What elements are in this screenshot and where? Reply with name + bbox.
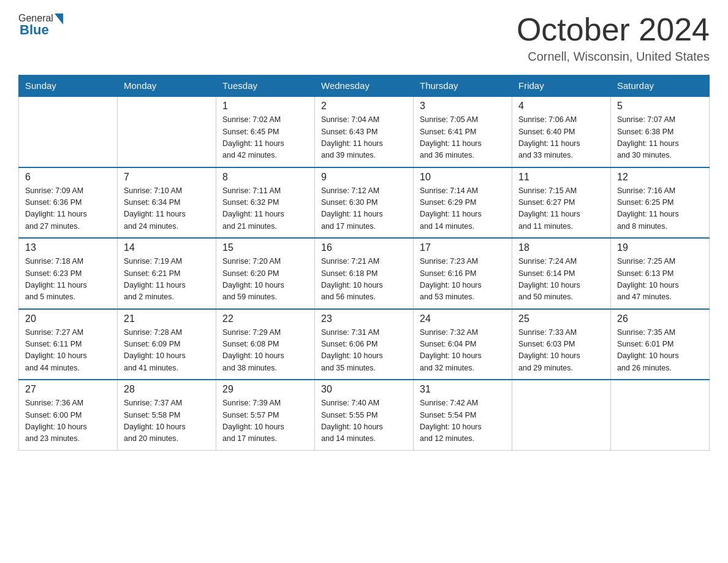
month-title: October 2024 — [517, 12, 710, 47]
day-info: Sunrise: 7:28 AMSunset: 6:09 PMDaylight:… — [124, 327, 210, 375]
calendar-cell: 17Sunrise: 7:23 AMSunset: 6:16 PMDayligh… — [414, 238, 512, 309]
calendar-cell: 1Sunrise: 7:02 AMSunset: 6:45 PMDaylight… — [216, 96, 315, 167]
day-number: 17 — [420, 242, 506, 253]
calendar-header-monday: Monday — [118, 75, 216, 97]
calendar-cell: 18Sunrise: 7:24 AMSunset: 6:14 PMDayligh… — [512, 238, 611, 309]
day-number: 26 — [617, 313, 703, 324]
logo: General Blue — [18, 12, 63, 38]
day-number: 25 — [518, 313, 604, 324]
day-number: 27 — [25, 384, 111, 395]
day-number: 13 — [25, 242, 111, 253]
calendar-cell: 29Sunrise: 7:39 AMSunset: 5:57 PMDayligh… — [216, 380, 315, 450]
day-number: 22 — [222, 313, 308, 324]
day-number: 14 — [124, 242, 210, 253]
day-info: Sunrise: 7:14 AMSunset: 6:29 PMDaylight:… — [420, 185, 506, 233]
calendar-cell: 3Sunrise: 7:05 AMSunset: 6:41 PMDaylight… — [414, 96, 512, 167]
calendar-cell: 2Sunrise: 7:04 AMSunset: 6:43 PMDaylight… — [315, 96, 414, 167]
logo-arrow-icon — [55, 13, 63, 25]
day-info: Sunrise: 7:05 AMSunset: 6:41 PMDaylight:… — [420, 114, 506, 162]
day-info: Sunrise: 7:21 AMSunset: 6:18 PMDaylight:… — [321, 256, 407, 304]
day-number: 18 — [518, 242, 604, 253]
calendar-cell: 5Sunrise: 7:07 AMSunset: 6:38 PMDaylight… — [611, 96, 710, 167]
day-info: Sunrise: 7:20 AMSunset: 6:20 PMDaylight:… — [222, 256, 308, 304]
day-number: 11 — [518, 172, 604, 183]
calendar-cell — [611, 380, 710, 450]
day-info: Sunrise: 7:16 AMSunset: 6:25 PMDaylight:… — [617, 185, 703, 233]
day-info: Sunrise: 7:31 AMSunset: 6:06 PMDaylight:… — [321, 327, 407, 375]
day-info: Sunrise: 7:06 AMSunset: 6:40 PMDaylight:… — [518, 114, 604, 162]
day-number: 30 — [321, 384, 407, 395]
day-number: 16 — [321, 242, 407, 253]
calendar-header-saturday: Saturday — [611, 75, 710, 97]
day-number: 29 — [222, 384, 308, 395]
calendar-cell: 12Sunrise: 7:16 AMSunset: 6:25 PMDayligh… — [611, 167, 710, 239]
calendar-cell: 20Sunrise: 7:27 AMSunset: 6:11 PMDayligh… — [19, 309, 118, 380]
day-info: Sunrise: 7:19 AMSunset: 6:21 PMDaylight:… — [124, 256, 210, 304]
day-number: 9 — [321, 172, 407, 183]
day-info: Sunrise: 7:10 AMSunset: 6:34 PMDaylight:… — [124, 185, 210, 233]
day-info: Sunrise: 7:40 AMSunset: 5:55 PMDaylight:… — [321, 397, 407, 445]
location-title: Cornell, Wisconsin, United States — [517, 50, 710, 64]
day-number: 1 — [222, 101, 308, 112]
calendar-cell: 16Sunrise: 7:21 AMSunset: 6:18 PMDayligh… — [315, 238, 414, 309]
calendar-cell: 11Sunrise: 7:15 AMSunset: 6:27 PMDayligh… — [512, 167, 611, 239]
day-info: Sunrise: 7:36 AMSunset: 6:00 PMDaylight:… — [25, 397, 111, 445]
logo-blue-text: Blue — [20, 22, 49, 38]
day-info: Sunrise: 7:18 AMSunset: 6:23 PMDaylight:… — [25, 256, 111, 304]
calendar-cell: 9Sunrise: 7:12 AMSunset: 6:30 PMDaylight… — [315, 167, 414, 239]
calendar-week-row: 6Sunrise: 7:09 AMSunset: 6:36 PMDaylight… — [19, 167, 710, 239]
calendar-week-row: 13Sunrise: 7:18 AMSunset: 6:23 PMDayligh… — [19, 238, 710, 309]
calendar-cell — [118, 96, 216, 167]
day-number: 20 — [25, 313, 111, 324]
day-info: Sunrise: 7:02 AMSunset: 6:45 PMDaylight:… — [222, 114, 308, 162]
day-number: 8 — [222, 172, 308, 183]
calendar-week-row: 27Sunrise: 7:36 AMSunset: 6:00 PMDayligh… — [19, 380, 710, 450]
calendar-cell: 30Sunrise: 7:40 AMSunset: 5:55 PMDayligh… — [315, 380, 414, 450]
calendar-table: SundayMondayTuesdayWednesdayThursdayFrid… — [18, 75, 710, 451]
day-number: 21 — [124, 313, 210, 324]
calendar-cell: 8Sunrise: 7:11 AMSunset: 6:32 PMDaylight… — [216, 167, 315, 239]
day-info: Sunrise: 7:09 AMSunset: 6:36 PMDaylight:… — [25, 185, 111, 233]
day-info: Sunrise: 7:15 AMSunset: 6:27 PMDaylight:… — [518, 185, 604, 233]
day-number: 23 — [321, 313, 407, 324]
day-number: 5 — [617, 101, 703, 112]
calendar-header-row: SundayMondayTuesdayWednesdayThursdayFrid… — [19, 75, 710, 97]
calendar-cell — [512, 380, 611, 450]
day-info: Sunrise: 7:29 AMSunset: 6:08 PMDaylight:… — [222, 327, 308, 375]
day-info: Sunrise: 7:32 AMSunset: 6:04 PMDaylight:… — [420, 327, 506, 375]
calendar-cell: 25Sunrise: 7:33 AMSunset: 6:03 PMDayligh… — [512, 309, 611, 380]
day-number: 28 — [124, 384, 210, 395]
calendar-cell: 19Sunrise: 7:25 AMSunset: 6:13 PMDayligh… — [611, 238, 710, 309]
calendar-cell: 15Sunrise: 7:20 AMSunset: 6:20 PMDayligh… — [216, 238, 315, 309]
day-info: Sunrise: 7:23 AMSunset: 6:16 PMDaylight:… — [420, 256, 506, 304]
calendar-header-friday: Friday — [512, 75, 611, 97]
calendar-week-row: 20Sunrise: 7:27 AMSunset: 6:11 PMDayligh… — [19, 309, 710, 380]
day-number: 4 — [518, 101, 604, 112]
calendar-cell: 24Sunrise: 7:32 AMSunset: 6:04 PMDayligh… — [414, 309, 512, 380]
day-info: Sunrise: 7:25 AMSunset: 6:13 PMDaylight:… — [617, 256, 703, 304]
day-number: 10 — [420, 172, 506, 183]
calendar-week-row: 1Sunrise: 7:02 AMSunset: 6:45 PMDaylight… — [19, 96, 710, 167]
calendar-cell: 14Sunrise: 7:19 AMSunset: 6:21 PMDayligh… — [118, 238, 216, 309]
calendar-cell: 10Sunrise: 7:14 AMSunset: 6:29 PMDayligh… — [414, 167, 512, 239]
calendar-cell: 7Sunrise: 7:10 AMSunset: 6:34 PMDaylight… — [118, 167, 216, 239]
day-info: Sunrise: 7:27 AMSunset: 6:11 PMDaylight:… — [25, 327, 111, 375]
day-info: Sunrise: 7:33 AMSunset: 6:03 PMDaylight:… — [518, 327, 604, 375]
calendar-cell: 22Sunrise: 7:29 AMSunset: 6:08 PMDayligh… — [216, 309, 315, 380]
day-number: 7 — [124, 172, 210, 183]
calendar-cell: 26Sunrise: 7:35 AMSunset: 6:01 PMDayligh… — [611, 309, 710, 380]
day-info: Sunrise: 7:42 AMSunset: 5:54 PMDaylight:… — [420, 397, 506, 445]
calendar-cell: 27Sunrise: 7:36 AMSunset: 6:00 PMDayligh… — [19, 380, 118, 450]
day-number: 24 — [420, 313, 506, 324]
calendar-cell: 21Sunrise: 7:28 AMSunset: 6:09 PMDayligh… — [118, 309, 216, 380]
calendar-cell: 13Sunrise: 7:18 AMSunset: 6:23 PMDayligh… — [19, 238, 118, 309]
day-info: Sunrise: 7:24 AMSunset: 6:14 PMDaylight:… — [518, 256, 604, 304]
page-header: General Blue October 2024 Cornell, Wisco… — [18, 12, 710, 64]
calendar-cell: 6Sunrise: 7:09 AMSunset: 6:36 PMDaylight… — [19, 167, 118, 239]
calendar-cell: 23Sunrise: 7:31 AMSunset: 6:06 PMDayligh… — [315, 309, 414, 380]
day-number: 12 — [617, 172, 703, 183]
day-number: 2 — [321, 101, 407, 112]
calendar-cell: 28Sunrise: 7:37 AMSunset: 5:58 PMDayligh… — [118, 380, 216, 450]
day-info: Sunrise: 7:37 AMSunset: 5:58 PMDaylight:… — [124, 397, 210, 445]
calendar-header-sunday: Sunday — [19, 75, 118, 97]
